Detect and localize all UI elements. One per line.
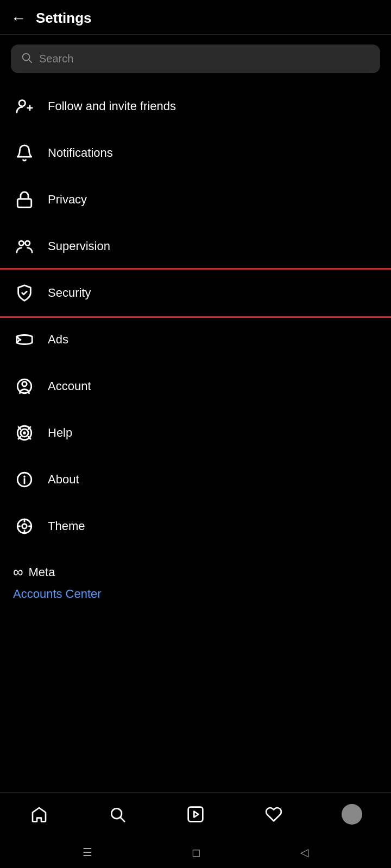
- menu-item-supervision[interactable]: Supervision: [0, 223, 391, 270]
- meta-logo-icon: ∞: [13, 564, 23, 580]
- menu-item-notifications[interactable]: Notifications: [0, 130, 391, 176]
- svg-marker-28: [194, 811, 198, 817]
- menu-item-help[interactable]: Help: [0, 410, 391, 456]
- svg-line-1: [29, 60, 31, 62]
- menu-label-privacy: Privacy: [48, 193, 87, 207]
- menu-label-security: Security: [48, 286, 91, 300]
- search-icon: [21, 52, 33, 66]
- svg-point-2: [19, 100, 25, 106]
- menu-label-help: Help: [48, 426, 72, 440]
- menu-item-privacy[interactable]: Privacy: [0, 176, 391, 223]
- svg-rect-3: [17, 199, 31, 208]
- lock-icon: [13, 188, 36, 211]
- page-title: Settings: [36, 10, 92, 27]
- nav-reels[interactable]: [180, 799, 211, 829]
- menu-label-follow: Follow and invite friends: [48, 99, 176, 113]
- account-icon: [13, 375, 36, 398]
- menu-label-account: Account: [48, 379, 91, 393]
- menu-item-ads[interactable]: Ads: [0, 316, 391, 363]
- svg-rect-27: [188, 807, 203, 821]
- menu-list: Follow and invite friendsNotificationsPr…: [0, 79, 391, 554]
- meta-section: ∞ Meta: [0, 554, 391, 584]
- nav-heart[interactable]: [258, 799, 289, 829]
- menu-item-security[interactable]: Security: [0, 270, 391, 316]
- avatar: [342, 804, 362, 825]
- search-placeholder: Search: [39, 53, 73, 65]
- svg-point-5: [25, 241, 30, 246]
- android-home-icon[interactable]: ◻: [192, 846, 201, 859]
- theme-icon: [13, 515, 36, 538]
- bottom-nav: [0, 792, 391, 835]
- menu-label-about: About: [48, 473, 79, 487]
- menu-label-notifications: Notifications: [48, 146, 113, 160]
- info-icon: [13, 468, 36, 491]
- menu-item-theme[interactable]: Theme: [0, 503, 391, 550]
- svg-point-4: [19, 241, 24, 246]
- shield-icon: [13, 282, 36, 304]
- help-icon: [13, 422, 36, 444]
- search-input-wrapper[interactable]: Search: [11, 44, 380, 73]
- svg-line-26: [121, 818, 124, 821]
- follow-icon: [13, 95, 36, 118]
- nav-profile[interactable]: [337, 799, 367, 829]
- svg-point-8: [22, 382, 27, 387]
- android-nav-bar: ☰ ◻ ◁: [0, 837, 391, 868]
- menu-label-ads: Ads: [48, 333, 68, 347]
- nav-search[interactable]: [102, 799, 133, 829]
- menu-label-supervision: Supervision: [48, 239, 110, 253]
- bell-icon: [13, 142, 36, 164]
- menu-item-account[interactable]: Account: [0, 363, 391, 410]
- meta-label: Meta: [29, 565, 55, 579]
- menu-item-follow[interactable]: Follow and invite friends: [0, 83, 391, 130]
- svg-point-11: [24, 432, 26, 434]
- search-bar: Search: [11, 44, 380, 73]
- supervision-icon: [13, 235, 36, 258]
- nav-home[interactable]: [24, 799, 54, 829]
- android-menu-icon[interactable]: ☰: [83, 846, 92, 859]
- menu-item-about[interactable]: About: [0, 456, 391, 503]
- header: ← Settings: [0, 0, 391, 35]
- svg-point-20: [22, 524, 27, 529]
- menu-label-theme: Theme: [48, 519, 85, 533]
- back-button[interactable]: ←: [11, 11, 26, 26]
- accounts-center-link[interactable]: Accounts Center: [13, 587, 102, 601]
- ads-icon: [13, 328, 36, 351]
- accounts-center-section: Accounts Center: [0, 584, 391, 614]
- android-back-icon[interactable]: ◁: [300, 846, 308, 859]
